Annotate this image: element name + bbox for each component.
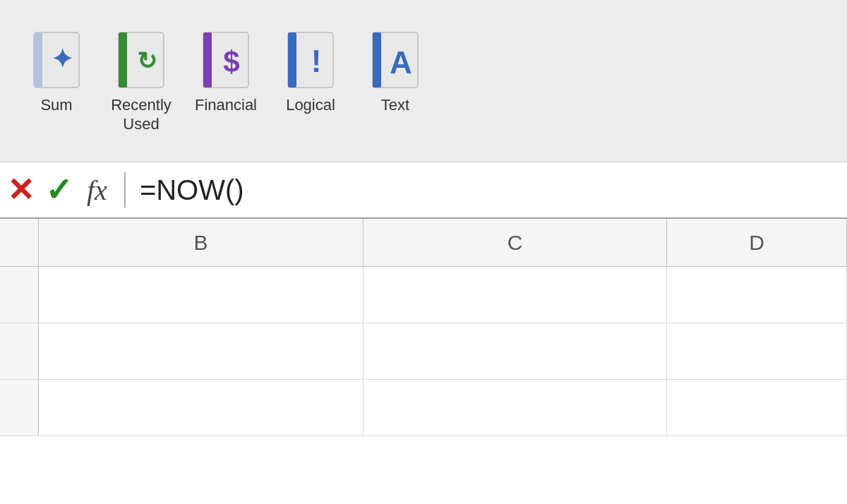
toolbar-item-financial[interactable]: $ Financial [184, 25, 268, 118]
sum-label: Sum [40, 96, 72, 114]
confirm-button[interactable]: ✓ [45, 174, 73, 206]
cell-c3[interactable] [364, 380, 667, 436]
cell-b3[interactable] [39, 380, 364, 436]
svg-text:A: A [390, 45, 412, 80]
sum-icon: ✦ [28, 28, 85, 92]
svg-text:!: ! [311, 44, 322, 78]
toolbar-item-recently-used[interactable]: ↻ RecentlyUsed [99, 25, 184, 137]
logical-label: Logical [286, 96, 335, 114]
cell-b1[interactable] [39, 267, 364, 323]
logical-icon: ! [282, 28, 339, 92]
toolbar-item-text[interactable]: A Text [353, 25, 438, 118]
svg-rect-1 [34, 32, 42, 88]
column-header-d: D [667, 219, 847, 266]
cell-d2[interactable] [667, 323, 847, 379]
financial-label: Financial [195, 96, 257, 114]
svg-text:✦: ✦ [52, 44, 73, 73]
spreadsheet-area: B C D [0, 219, 847, 504]
formula-bar: ✕ ✓ fx =NOW() [0, 162, 847, 219]
formula-bar-divider [124, 172, 126, 208]
cancel-button[interactable]: ✕ [7, 174, 35, 206]
row-header-3 [0, 380, 39, 436]
text-label: Text [381, 96, 409, 114]
table-row [0, 323, 847, 380]
toolbar-item-logical[interactable]: ! Logical [268, 25, 353, 118]
cell-d3[interactable] [667, 380, 847, 436]
cell-c2[interactable] [364, 323, 667, 379]
svg-text:$: $ [223, 45, 239, 78]
recently-used-label: RecentlyUsed [111, 96, 172, 133]
svg-rect-10 [288, 32, 296, 88]
table-row [0, 380, 847, 436]
grid-rows [0, 267, 847, 504]
toolbar-item-sum[interactable]: ✦ Sum [14, 25, 99, 118]
formula-input[interactable]: =NOW() [140, 174, 840, 206]
fx-icon[interactable]: fx [87, 174, 107, 207]
cell-b2[interactable] [39, 323, 364, 379]
cell-d1[interactable] [667, 267, 847, 323]
app-container: ✦ Sum ↻ RecentlyUsed [0, 0, 847, 504]
financial-icon: $ [198, 28, 254, 92]
row-header-2 [0, 323, 39, 379]
svg-rect-13 [373, 32, 381, 88]
svg-rect-7 [203, 32, 212, 88]
corner-cell [0, 219, 39, 266]
column-header-b: B [39, 219, 364, 266]
svg-text:↻: ↻ [137, 47, 157, 74]
column-headers: B C D [0, 219, 847, 267]
spreadsheet: B C D [0, 219, 847, 504]
toolbar-items: ✦ Sum ↻ RecentlyUsed [0, 25, 847, 137]
toolbar: ✦ Sum ↻ RecentlyUsed [0, 0, 847, 162]
column-header-c: C [364, 219, 667, 266]
row-header-1 [0, 267, 39, 323]
cell-c1[interactable] [364, 267, 667, 323]
recently-used-icon: ↻ [113, 28, 169, 92]
text-icon: A [367, 28, 424, 92]
svg-rect-4 [119, 32, 127, 88]
table-row [0, 267, 847, 323]
